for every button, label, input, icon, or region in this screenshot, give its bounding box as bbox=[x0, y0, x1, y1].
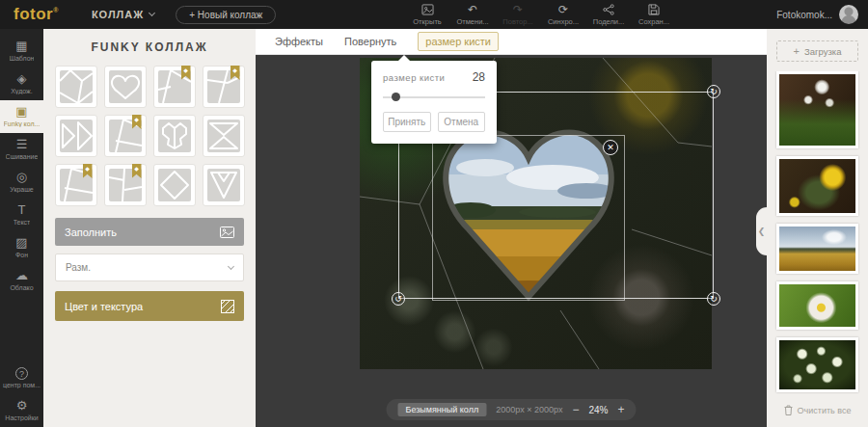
template-diagonal-lines-4[interactable]: ◆ bbox=[55, 164, 97, 206]
fill-button[interactable]: Заполнить bbox=[55, 218, 244, 246]
sidebar-item-stitch[interactable]: ☰Сшивание bbox=[0, 133, 43, 166]
tab-эффекты[interactable]: Эффекты bbox=[275, 36, 323, 47]
share-tool[interactable]: Подели... bbox=[591, 4, 626, 26]
color-texture-label: Цвет и текстура bbox=[65, 301, 143, 312]
template-preview bbox=[109, 70, 142, 103]
redo-icon: ↷ bbox=[513, 4, 523, 16]
brush-size-label: размер кисти bbox=[383, 72, 445, 83]
collage-menu[interactable]: КОЛЛАЖ bbox=[92, 9, 154, 20]
template-preview bbox=[60, 120, 93, 152]
logo-text: fotor bbox=[14, 5, 53, 23]
photo-thumbnail-yellow-flower[interactable] bbox=[776, 156, 858, 216]
templates-panel: FUNKY КОЛЛАЖ ◆◆◆◆◆ Заполнить Разм. Цвет … bbox=[43, 29, 256, 427]
template-heart-blocks[interactable] bbox=[153, 115, 196, 157]
registered-mark-icon: ® bbox=[53, 7, 59, 13]
tab-размер-кисти[interactable]: размер кисти bbox=[418, 32, 499, 51]
canvas-toolbar: ЭффектыПовернутьразмер кисти bbox=[256, 29, 767, 55]
status-bar: Безымянный колл 2000px × 2000px − 24% + bbox=[386, 399, 636, 420]
template-diamond[interactable] bbox=[153, 164, 196, 206]
template-diagonal-lines-2[interactable]: ◆ bbox=[203, 66, 245, 108]
sidebar-item-background[interactable]: ▨Фон bbox=[0, 231, 43, 264]
brush-size-slider[interactable] bbox=[383, 96, 485, 98]
decorate-icon: ◎ bbox=[16, 171, 27, 185]
sidebar-item-label: Облако bbox=[10, 284, 33, 291]
sidebar-item-template[interactable]: ▦Шаблон bbox=[0, 35, 43, 67]
text-icon: T bbox=[18, 203, 26, 218]
template-diagonal-lines-1[interactable]: ◆ bbox=[153, 66, 196, 108]
zoom-level: 24% bbox=[588, 405, 608, 415]
undo-icon: ↶ bbox=[468, 4, 477, 16]
cancel-button[interactable]: Отмена bbox=[438, 112, 486, 132]
sidebar-item-settings[interactable]: ⚙Настройки bbox=[0, 394, 43, 427]
tool-label: Синхро... bbox=[548, 17, 579, 26]
template-diagonal-lines-3[interactable]: ◆ bbox=[104, 115, 147, 157]
redo-tool[interactable]: ↷Повтор... bbox=[501, 4, 535, 26]
zoom-out-button[interactable]: − bbox=[572, 404, 579, 415]
fill-button-label: Заполнить bbox=[65, 227, 117, 238]
photo-thumbnail-field-landscape[interactable] bbox=[776, 224, 858, 274]
size-dropdown[interactable]: Разм. bbox=[55, 254, 244, 281]
chevron-down-icon bbox=[149, 10, 155, 16]
slider-thumb[interactable] bbox=[392, 93, 400, 101]
user-menu[interactable]: Fotokomok... bbox=[776, 0, 858, 29]
tab-повернуть[interactable]: Повернуть bbox=[344, 36, 396, 47]
save-tool[interactable]: Сохран... bbox=[637, 4, 671, 26]
help-icon: ? bbox=[15, 366, 28, 381]
topbar: fotor® КОЛЛАЖ + Новый коллаж Открыть↶Отм… bbox=[0, 0, 868, 29]
panel-title: FUNKY КОЛЛАЖ bbox=[43, 40, 256, 54]
zoom-in-button[interactable]: + bbox=[617, 404, 624, 415]
share-icon bbox=[603, 4, 614, 16]
sidebar-item-text[interactable]: TТекст bbox=[0, 199, 43, 231]
photo-list bbox=[767, 71, 868, 397]
open-tool[interactable]: Открыть bbox=[410, 4, 445, 26]
sidebar-item-artistic[interactable]: ◈Худож. bbox=[0, 67, 43, 100]
close-icon[interactable]: ✕ bbox=[603, 140, 618, 155]
rotate-handle-icon[interactable]: ↺ bbox=[392, 292, 405, 306]
sync-tool[interactable]: ⟳Синхро... bbox=[546, 4, 581, 26]
rotate-handle-icon[interactable]: ↻ bbox=[707, 292, 720, 306]
tool-label: Сохран... bbox=[638, 17, 669, 26]
photo-thumbnail-snowdrops[interactable] bbox=[776, 71, 858, 148]
template-mosaic[interactable] bbox=[55, 66, 97, 108]
template-chevrons[interactable] bbox=[55, 115, 97, 157]
upload-button[interactable]: + Загрузка bbox=[776, 40, 858, 62]
brush-size-value: 28 bbox=[473, 70, 485, 84]
tool-label: Повтор... bbox=[502, 17, 532, 26]
color-texture-button[interactable]: Цвет и текстура bbox=[55, 291, 244, 321]
collapse-panel-handle[interactable]: ❮ bbox=[756, 207, 767, 255]
canvas-column: ЭффектыПовернутьразмер кисти bbox=[256, 29, 767, 427]
undo-tool[interactable]: ↶Отмени... bbox=[455, 4, 490, 26]
rotate-handle-icon[interactable]: ↻ bbox=[707, 85, 720, 98]
sidebar-item-cloud[interactable]: ☁Облако bbox=[0, 264, 43, 297]
new-collage-button[interactable]: + Новый коллаж bbox=[176, 6, 276, 24]
photo-thumbnail-daisy[interactable] bbox=[776, 281, 858, 330]
sidebar-item-label: центр пом... bbox=[3, 382, 41, 388]
user-name: Fotokomok... bbox=[776, 10, 832, 20]
template-preview bbox=[158, 169, 191, 201]
fotor-logo[interactable]: fotor® bbox=[14, 5, 59, 24]
avatar[interactable] bbox=[839, 5, 858, 24]
sidebar-item-label: Худож. bbox=[11, 88, 32, 94]
template-grid: ◆◆◆◆◆ bbox=[43, 66, 256, 206]
image-icon bbox=[220, 227, 234, 238]
template-triangle[interactable] bbox=[203, 164, 245, 206]
sidebar-item-funky[interactable]: ▣Funky кол... bbox=[0, 100, 43, 133]
template-heart-outline[interactable] bbox=[104, 66, 147, 108]
canvas-area[interactable]: ↻ ↻ ↺ ↻ ✕ размер кисти 28 Принять bbox=[256, 55, 767, 427]
save-icon bbox=[648, 4, 660, 16]
template-vertical-lines[interactable]: ◆ bbox=[104, 164, 147, 206]
template-hourglass[interactable] bbox=[203, 115, 245, 157]
document-name[interactable]: Безымянный колл bbox=[397, 403, 486, 416]
sidebar-item-decorate[interactable]: ◎Украше bbox=[0, 166, 43, 199]
new-collage-label: Новый коллаж bbox=[198, 10, 262, 20]
sidebar-item-help[interactable]: ?центр пом... bbox=[0, 361, 43, 394]
texture-icon bbox=[221, 300, 234, 313]
tool-label: Отмени... bbox=[456, 17, 488, 26]
clear-all-label: Очистить все bbox=[798, 406, 852, 415]
accept-button[interactable]: Принять bbox=[383, 112, 431, 132]
template-preview bbox=[207, 169, 240, 201]
template-preview bbox=[207, 120, 240, 152]
clear-all-button[interactable]: Очистить все bbox=[767, 397, 868, 427]
photo-thumbnail-white-flowers[interactable] bbox=[776, 337, 858, 392]
size-dropdown-value: Разм. bbox=[66, 262, 91, 273]
